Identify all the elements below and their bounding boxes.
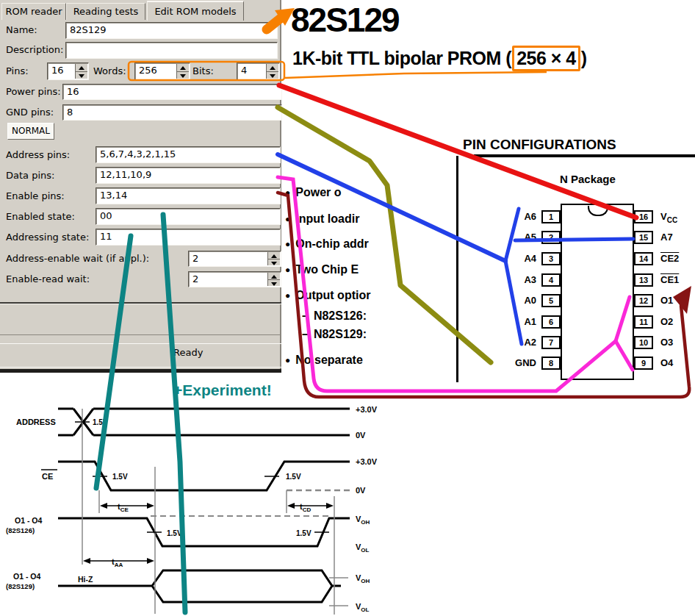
tab-reading-tests[interactable]: Reading tests xyxy=(66,3,145,20)
address-pins-label: Address pins: xyxy=(6,149,70,160)
spin-up-icon[interactable] xyxy=(267,64,278,72)
gnd-pins-value: 8 xyxy=(67,107,73,118)
enabled-state-input[interactable]: 00 xyxy=(96,208,281,225)
o126-signal-label: O1 - O4 xyxy=(15,516,43,525)
address-enable-wait-label: Address-enable wait (if appl.): xyxy=(6,253,149,264)
spin-down-icon[interactable] xyxy=(267,72,278,79)
feature-text: Two Chip E xyxy=(295,263,359,276)
feature-text: Output optior xyxy=(295,289,370,301)
pin-number: 5 xyxy=(541,294,561,307)
data-pins-label: Data pins: xyxy=(6,170,54,181)
vcc-sub: CC xyxy=(667,216,677,224)
experiment-note: +Experiment! xyxy=(173,382,272,399)
bullet-icon: ● xyxy=(285,239,290,249)
name-input[interactable]: 82S129 xyxy=(65,22,278,39)
spin-up-icon[interactable] xyxy=(268,252,280,259)
pin-label-o3: O3 xyxy=(660,337,673,348)
pin-number: 6 xyxy=(541,315,561,329)
pin-label-a5: A5 xyxy=(492,232,536,243)
level-label-3v: +3.0V xyxy=(356,405,378,414)
ce-signal-label: CE xyxy=(42,472,53,481)
wait-spin-buttons[interactable] xyxy=(267,252,280,265)
gnd-pins-input[interactable]: 8 xyxy=(62,104,282,121)
pin-number: 3 xyxy=(541,252,561,265)
bits-spin-buttons[interactable] xyxy=(266,64,278,79)
vcc-main: V xyxy=(660,211,667,222)
pin-label-a2: A2 xyxy=(492,337,536,348)
pins-spinbox[interactable]: 16 xyxy=(47,62,89,80)
tab-edit-rom-models[interactable]: Edit ROM models xyxy=(147,1,244,21)
divider xyxy=(0,343,281,344)
pin-label-vcc: VCC xyxy=(660,211,677,224)
enable-pins-value: 13,14 xyxy=(100,190,127,201)
feature-text: No separate xyxy=(295,354,363,366)
words-value: 256 xyxy=(139,65,157,76)
name-value: 82S129 xyxy=(70,24,107,35)
enable-read-wait-spinbox[interactable]: 2 xyxy=(188,271,281,287)
enable-read-wait-label: Enable-read wait: xyxy=(6,273,90,284)
spin-down-icon[interactable] xyxy=(268,280,280,287)
pin-number: 7 xyxy=(541,336,561,349)
power-pins-input[interactable]: 16 xyxy=(62,84,282,100)
pin-number: 13 xyxy=(634,273,653,287)
bullet-icon: ● xyxy=(285,214,290,224)
divider xyxy=(0,367,281,368)
spin-down-icon[interactable] xyxy=(177,72,189,79)
spin-up-icon[interactable] xyxy=(76,64,87,72)
threshold-label: 1.5V xyxy=(296,529,312,537)
addressing-state-input[interactable]: 11 xyxy=(96,229,281,246)
enable-pins-input[interactable]: 13,14 xyxy=(96,187,281,204)
screen: ROM reader Reading tests Edit ROM models… xyxy=(0,0,695,616)
spin-up-icon[interactable] xyxy=(268,273,280,280)
address-enable-wait-spinbox[interactable]: 2 xyxy=(188,251,281,267)
feature-item: ●Output optior xyxy=(285,289,370,302)
pin-number: 1 xyxy=(541,210,561,223)
bullet-icon: ● xyxy=(285,290,290,301)
pin-label-a3: A3 xyxy=(492,274,536,285)
enabled-state-value: 00 xyxy=(100,210,112,221)
timing-diagram: ADDRESS CE 1.5V 1.5V 1.5V 1.5V 1.5V +3.0… xyxy=(0,397,397,616)
datasheet-subtitle: 1K-bit TTL bipolar PROM (256 × 4) xyxy=(292,46,587,71)
words-spinbox[interactable]: 256 xyxy=(134,62,190,80)
words-spin-buttons[interactable] xyxy=(176,64,189,79)
pin-number: 9 xyxy=(634,357,653,370)
pin-label-a7: A7 xyxy=(660,232,673,243)
wait-spin-buttons[interactable] xyxy=(267,273,280,286)
status-text: Ready xyxy=(173,347,203,358)
data-pins-input[interactable]: 12,11,10,9 xyxy=(96,167,281,184)
feature-subitem: –N82S126: xyxy=(302,309,367,323)
window-right-edge xyxy=(280,0,281,373)
pin-configurations-heading: PIN CONFIGURATIONS xyxy=(463,137,616,153)
datasheet-title: 82S129 xyxy=(291,0,399,40)
pin-number: 8 xyxy=(541,357,561,370)
pin-label-o2: O2 xyxy=(660,316,673,327)
package-label: N Package xyxy=(560,173,616,185)
taa-label: tAA xyxy=(112,557,123,568)
feature-item: ●On-chip addr xyxy=(285,237,369,251)
spin-up-icon[interactable] xyxy=(177,64,189,72)
addressing-state-value: 11 xyxy=(100,231,112,242)
feature-subitem: –N82S129: xyxy=(302,328,367,341)
o126-device-label: (82S126) xyxy=(6,526,35,534)
tab-normal[interactable]: NORMAL xyxy=(7,123,54,140)
gnd-pins-label: GND pins: xyxy=(6,107,54,118)
bullet-icon: ● xyxy=(285,187,290,198)
pin-label-a0: A0 xyxy=(492,295,536,306)
pins-label: Pins: xyxy=(6,65,29,76)
dash-icon: – xyxy=(302,328,309,340)
dip-package-body xyxy=(561,204,634,380)
spin-down-icon[interactable] xyxy=(76,72,87,79)
bits-spinbox[interactable]: 4 xyxy=(237,62,280,80)
level-label-voh: VOH xyxy=(356,515,370,526)
subtitle-suffix: ) xyxy=(581,48,587,68)
pin-number: 15 xyxy=(634,231,653,244)
address-pins-input[interactable]: 5,6,7,4,3,2,1,15 xyxy=(96,146,281,163)
subtitle-capacity-highlight: 256 × 4 xyxy=(512,46,580,71)
feature-text: On-chip addr xyxy=(295,237,369,250)
pins-value: 16 xyxy=(51,65,64,76)
pins-spin-buttons[interactable] xyxy=(75,64,87,79)
description-input[interactable] xyxy=(65,42,278,59)
tcd-label: tCD xyxy=(300,502,311,513)
spin-down-icon[interactable] xyxy=(268,259,280,266)
tab-rom-reader[interactable]: ROM reader xyxy=(1,3,66,20)
